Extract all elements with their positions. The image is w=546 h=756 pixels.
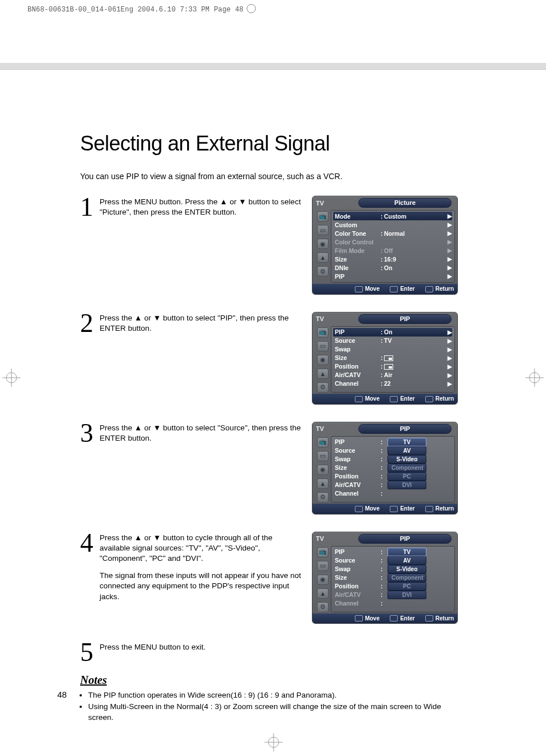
position-icon	[384, 364, 393, 370]
osd-row: Swap:S-Video	[335, 565, 452, 573]
setup-icon: ⚙	[317, 602, 329, 612]
sound-icon: ◉	[317, 239, 329, 249]
step-text-3: Press the ▲ or ▼ button to select "Sourc…	[100, 422, 312, 444]
osd-footer: Move Enter Return	[312, 504, 457, 514]
setup-icon: ⚙	[317, 492, 329, 502]
osd-row-label: Color Control	[335, 239, 381, 246]
osd-title: PIP	[358, 314, 452, 324]
osd-row-label: PIP	[335, 273, 381, 280]
picture-icon: ▭	[317, 225, 329, 235]
osd-row: Source:AV	[335, 556, 452, 565]
osd-move-hint: Move	[355, 615, 380, 622]
step-number-2: 2	[80, 313, 100, 334]
chevron-right-icon: ▶	[446, 372, 452, 378]
osd-option: PC	[387, 582, 426, 591]
osd-enter-hint: Enter	[390, 286, 415, 292]
input-icon: 📺	[317, 211, 329, 221]
osd-option: DVI	[387, 591, 426, 599]
osd-row: Color Tone: Normal▶	[335, 229, 452, 238]
osd-row-label: Size	[335, 256, 381, 263]
sound-icon: ◉	[317, 575, 329, 585]
osd-row-label: Channel	[335, 490, 381, 497]
osd-row: Size:Component	[335, 464, 452, 472]
osd-option: Component	[387, 464, 426, 472]
osd-option: DVI	[387, 481, 426, 489]
osd-row-value: Custom	[384, 213, 446, 220]
osd-option: TV	[387, 438, 426, 446]
chevron-right-icon: ▶	[446, 363, 452, 370]
channel-icon: ▲	[317, 588, 329, 599]
osd-enter-hint: Enter	[390, 505, 415, 512]
osd-row-label: Channel	[335, 600, 381, 607]
osd-row-value: On	[384, 264, 446, 271]
osd-row: PIP ▶	[335, 272, 452, 280]
osd-picture-menu: TV Picture 📺 ▭ ◉ ▲ ⚙ Mode: Custom▶Custom…	[312, 196, 458, 295]
osd-row-label: Film Mode	[335, 247, 381, 254]
chevron-right-icon: ▶	[446, 247, 452, 254]
osd-return-hint: Return	[425, 395, 454, 402]
osd-row: PIP: On▶	[333, 328, 452, 337]
sound-icon: ◉	[317, 355, 329, 365]
osd-row: Swap ▶	[335, 345, 452, 354]
osd-row: Channel:	[335, 489, 452, 498]
step-number-4: 4	[80, 533, 100, 554]
page-number: 48	[57, 690, 67, 699]
osd-tv-label: TV	[316, 315, 324, 322]
osd-enter-hint: Enter	[390, 395, 415, 402]
osd-row: Size:Component	[335, 573, 452, 582]
chevron-right-icon: ▶	[446, 213, 452, 219]
step-text-2: Press the ▲ or ▼ button to select "PIP",…	[100, 312, 312, 334]
crop-mark-bottom	[262, 731, 285, 754]
picture-icon: ▭	[317, 341, 329, 351]
osd-row-label: Mode	[335, 213, 381, 220]
osd-move-hint: Move	[355, 395, 380, 402]
page-title: Selecting an External Signal	[80, 132, 458, 156]
osd-row-label: PIP	[335, 438, 381, 445]
step-number-5: 5	[80, 642, 100, 663]
osd-row-value: 16:9	[384, 256, 446, 263]
osd-return-hint: Return	[425, 286, 454, 292]
osd-row-label: Air/CATV	[335, 481, 381, 488]
osd-title: Picture	[358, 198, 452, 208]
osd-side-icons: 📺 ▭ ◉ ▲ ⚙	[315, 546, 331, 612]
input-icon: 📺	[317, 327, 329, 338]
step-text-5: Press the MENU button to exit.	[100, 641, 458, 652]
osd-pip-source-select: TV PIP 📺 ▭ ◉ ▲ ⚙ PIP:TVSource:AVSwap:S-V…	[312, 532, 458, 624]
step-text-1: Press the MENU button. Press the ▲ or ▼ …	[100, 196, 312, 217]
osd-row: Swap:S-Video	[335, 455, 452, 464]
osd-tv-label: TV	[316, 535, 324, 542]
setup-icon: ⚙	[317, 382, 329, 393]
osd-row-label: Color Tone	[335, 230, 381, 237]
osd-row-label: Air/CATV	[335, 371, 381, 378]
osd-row-label: Source	[335, 447, 381, 454]
osd-row: Size:▶	[335, 354, 452, 362]
osd-tv-label: TV	[316, 425, 324, 432]
chevron-right-icon: ▶	[446, 273, 452, 279]
channel-icon: ▲	[317, 478, 329, 489]
osd-row: Channel:	[335, 599, 452, 608]
osd-row-label: Custom	[335, 221, 381, 228]
osd-row-label: Source	[335, 337, 381, 344]
osd-row-value: TV	[384, 337, 446, 344]
osd-pip-source-menu: TV PIP 📺 ▭ ◉ ▲ ⚙ PIP:TVSource:AVSwap:S-V…	[312, 422, 458, 514]
osd-row-value	[384, 363, 446, 370]
osd-row: PIP:TV	[335, 548, 452, 556]
osd-row: Position:PC	[335, 582, 452, 591]
osd-option: AV	[387, 556, 426, 565]
osd-side-icons: 📺 ▭ ◉ ▲ ⚙	[315, 326, 331, 393]
chevron-right-icon: ▶	[446, 230, 452, 236]
osd-row: Position:▶	[335, 362, 452, 371]
chevron-right-icon: ▶	[446, 221, 452, 228]
notes-list: The PIP function operates in Wide screen…	[80, 690, 458, 723]
picture-icon: ▭	[317, 561, 329, 571]
osd-tv-label: TV	[316, 200, 324, 207]
sound-icon: ◉	[317, 465, 329, 475]
osd-move-hint: Move	[355, 286, 380, 292]
osd-row-value: Air	[384, 371, 446, 378]
chevron-right-icon: ▶	[446, 264, 452, 271]
osd-row-label: PIP	[335, 548, 381, 555]
osd-row-value: On	[384, 328, 446, 335]
osd-row-label: Size	[335, 354, 381, 361]
osd-row: Color Control ▶	[335, 238, 452, 246]
position-icon	[384, 355, 393, 361]
